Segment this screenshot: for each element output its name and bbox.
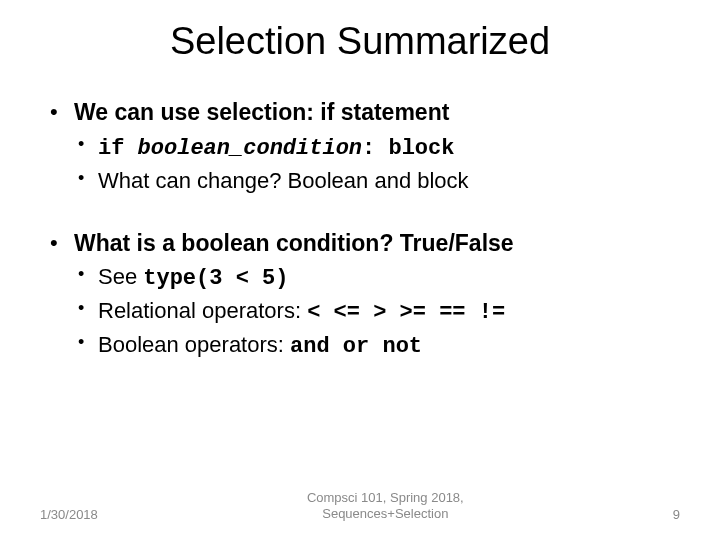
bullet-2: What is a boolean condition? True/False … [48, 229, 680, 363]
code-type-expr: type(3 < 5) [143, 266, 288, 291]
bullet-2-sub-3-pre: Boolean operators: [98, 332, 290, 357]
bullet-1-sub-2: What can change? Boolean and block [74, 165, 680, 197]
code-if-condition: boolean_condition [138, 136, 362, 161]
slide-title: Selection Summarized [40, 20, 680, 63]
bullet-2-sub-1-pre: See [98, 264, 143, 289]
bullet-1-heading: We can use selection: if statement [74, 98, 680, 127]
code-relational-ops: < <= > >= == != [307, 300, 505, 325]
footer-course-line2: Sequences+Selection [322, 506, 448, 521]
footer-page-number: 9 [673, 507, 680, 522]
bullet-1: We can use selection: if statement if bo… [48, 98, 680, 197]
slide-content: We can use selection: if statement if bo… [40, 98, 680, 363]
bullet-2-sub-1: See type(3 < 5) [74, 261, 680, 295]
bullet-1-sub-1: if boolean_condition: block [74, 131, 680, 165]
footer-course: Compsci 101, Spring 2018, Sequences+Sele… [307, 490, 464, 523]
code-boolean-ops: and or not [290, 334, 422, 359]
slide-footer: 1/30/2018 Compsci 101, Spring 2018, Sequ… [0, 490, 720, 523]
bullet-2-heading: What is a boolean condition? True/False [74, 229, 680, 258]
bullet-2-sub-2-pre: Relational operators: [98, 298, 307, 323]
code-if-prefix: if [98, 136, 138, 161]
footer-course-line1: Compsci 101, Spring 2018, [307, 490, 464, 505]
bullet-2-sub-2: Relational operators: < <= > >= == != [74, 295, 680, 329]
code-if-suffix: : block [362, 136, 454, 161]
footer-date: 1/30/2018 [40, 507, 98, 522]
bullet-2-sub-3: Boolean operators: and or not [74, 329, 680, 363]
slide: Selection Summarized We can use selectio… [0, 0, 720, 540]
